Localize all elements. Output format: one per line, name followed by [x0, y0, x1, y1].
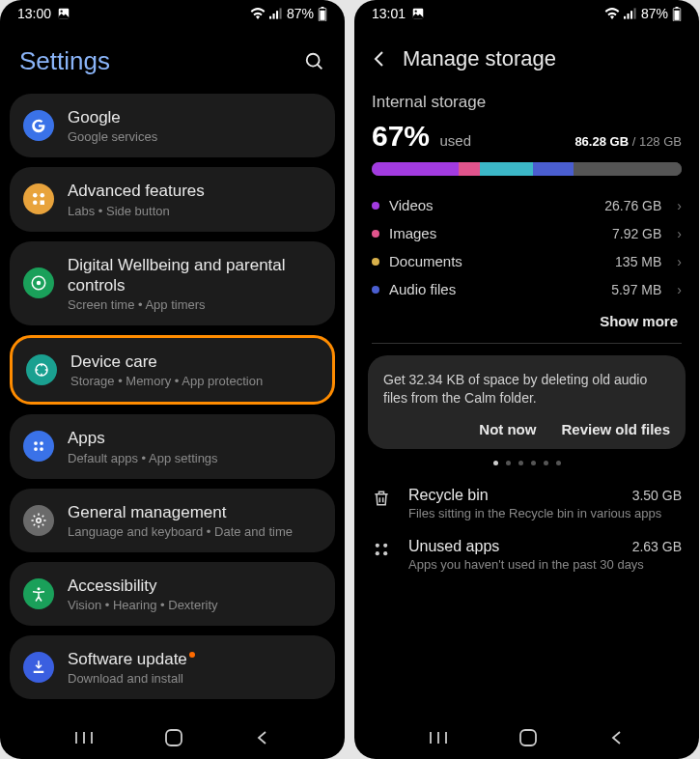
item-title: Google: [68, 107, 322, 127]
category-dot: [372, 286, 379, 294]
svg-point-39: [383, 551, 387, 555]
storage-summary: 67% used 86.28 GB / 128 GB: [364, 112, 689, 162]
mgmt-size: 2.63 GB: [632, 539, 682, 554]
category-row[interactable]: Videos26.76 GB›: [364, 191, 689, 219]
status-bar: 13:01 87%: [354, 0, 699, 27]
item-subtitle: Download and install: [68, 671, 322, 686]
chevron-right-icon: ›: [677, 198, 682, 213]
pager-dot[interactable]: [531, 461, 536, 465]
settings-item-devicecare[interactable]: Device careStorage • Memory • App protec…: [10, 335, 335, 405]
category-size: 7.92 GB: [612, 226, 661, 241]
chevron-right-icon: ›: [677, 254, 682, 269]
pager-dot[interactable]: [506, 461, 511, 465]
svg-point-11: [33, 193, 38, 198]
grid-icon: [372, 540, 393, 563]
nav-bar: [354, 717, 699, 759]
category-row[interactable]: Documents135 MB›: [364, 247, 689, 275]
accessibility-icon: [23, 578, 54, 609]
update-badge: [189, 652, 195, 658]
svg-point-19: [34, 448, 38, 452]
mgmt-title: Recycle bin: [408, 487, 489, 504]
category-row[interactable]: Audio files5.97 MB›: [364, 275, 689, 303]
pager-dot[interactable]: [544, 461, 548, 465]
item-subtitle: Storage • Memory • App protection: [70, 374, 319, 388]
category-label: Audio files: [389, 281, 602, 297]
svg-point-17: [34, 442, 38, 446]
apps-icon: [23, 431, 54, 462]
signal-icon: [269, 8, 283, 19]
chevron-right-icon: ›: [677, 226, 682, 241]
wifi-icon: [250, 8, 266, 19]
category-dot: [372, 202, 379, 210]
storage-segment: [533, 162, 574, 176]
settings-item-advanced[interactable]: Advanced featuresLabs • Side button: [10, 167, 335, 231]
category-size: 135 MB: [615, 254, 661, 269]
category-size: 26.76 GB: [604, 198, 661, 213]
nav-recents-icon[interactable]: [429, 730, 448, 745]
settings-item-apps[interactable]: AppsDefault apps • App settings: [10, 414, 335, 478]
svg-point-28: [415, 11, 417, 13]
mgmt-row-trash[interactable]: Recycle bin3.50 GBFiles sitting in the R…: [364, 479, 689, 530]
settings-item-wellbeing[interactable]: Digital Wellbeing and parental controlsS…: [10, 241, 335, 326]
search-icon[interactable]: [304, 51, 325, 72]
category-label: Images: [389, 225, 602, 241]
svg-rect-26: [166, 730, 182, 745]
page-title: Manage storage: [403, 46, 556, 71]
nav-recents-icon[interactable]: [74, 730, 94, 745]
battery-icon: [318, 7, 327, 21]
battery-percent: 87%: [641, 6, 668, 21]
storage-total: /: [632, 134, 639, 149]
settings-item-update[interactable]: Software updateDownload and install: [10, 635, 335, 699]
pager-dot[interactable]: [518, 461, 523, 465]
svg-point-9: [307, 53, 320, 66]
nav-back-icon[interactable]: [609, 730, 625, 745]
image-icon: [57, 7, 70, 20]
item-title: General management: [68, 502, 322, 522]
item-title: Device care: [70, 351, 319, 372]
nav-back-icon[interactable]: [255, 730, 270, 745]
percent-used: 67%: [372, 120, 430, 152]
svg-rect-3: [272, 14, 274, 19]
svg-point-38: [376, 551, 379, 555]
storage-bar: [372, 162, 682, 176]
mgmt-row-grid[interactable]: Unused apps2.63 GBApps you haven't used …: [364, 530, 689, 581]
advanced-icon: [23, 183, 54, 214]
nav-home-icon[interactable]: [164, 728, 183, 747]
review-files-button[interactable]: Review old files: [561, 421, 670, 437]
not-now-button[interactable]: Not now: [479, 421, 536, 437]
settings-item-accessibility[interactable]: AccessibilityVision • Hearing • Dexterit…: [10, 562, 335, 626]
settings-item-general[interactable]: General managementLanguage and keyboard …: [10, 489, 335, 552]
status-time: 13:01: [372, 6, 406, 21]
mgmt-subtitle: Files sitting in the Recycle bin in vari…: [408, 506, 682, 522]
show-more-button[interactable]: Show more: [364, 303, 689, 343]
item-subtitle: Google services: [68, 129, 322, 144]
phone-settings: 13:00 87% Settings GoogleGoogle services…: [0, 0, 345, 759]
category-label: Videos: [389, 197, 595, 213]
svg-rect-29: [624, 16, 626, 19]
svg-rect-43: [520, 730, 536, 745]
back-icon[interactable]: [370, 49, 389, 69]
pager-dot[interactable]: [556, 461, 561, 465]
nav-home-icon[interactable]: [518, 728, 538, 747]
tip-card: Get 32.34 KB of space by deleting old au…: [368, 355, 686, 449]
item-subtitle: Screen time • App timers: [68, 297, 322, 312]
page-title: Settings: [19, 46, 110, 76]
settings-item-google[interactable]: GoogleGoogle services: [10, 94, 335, 157]
svg-point-12: [41, 193, 45, 198]
trash-icon: [372, 489, 393, 512]
google-icon: [23, 110, 54, 141]
item-title: Advanced features: [68, 181, 322, 201]
percent-label: used: [440, 132, 472, 149]
item-subtitle: Language and keyboard • Date and time: [68, 524, 322, 539]
svg-rect-8: [320, 10, 324, 19]
svg-point-13: [33, 201, 38, 206]
storage-segment: [574, 162, 682, 176]
svg-rect-32: [633, 8, 635, 18]
update-icon: [23, 652, 54, 683]
pager-dot[interactable]: [493, 461, 498, 465]
category-row[interactable]: Images7.92 GB›: [364, 219, 689, 247]
svg-rect-2: [269, 16, 271, 19]
mgmt-title: Unused apps: [408, 538, 499, 555]
wifi-icon: [604, 8, 620, 19]
svg-line-10: [318, 64, 322, 69]
